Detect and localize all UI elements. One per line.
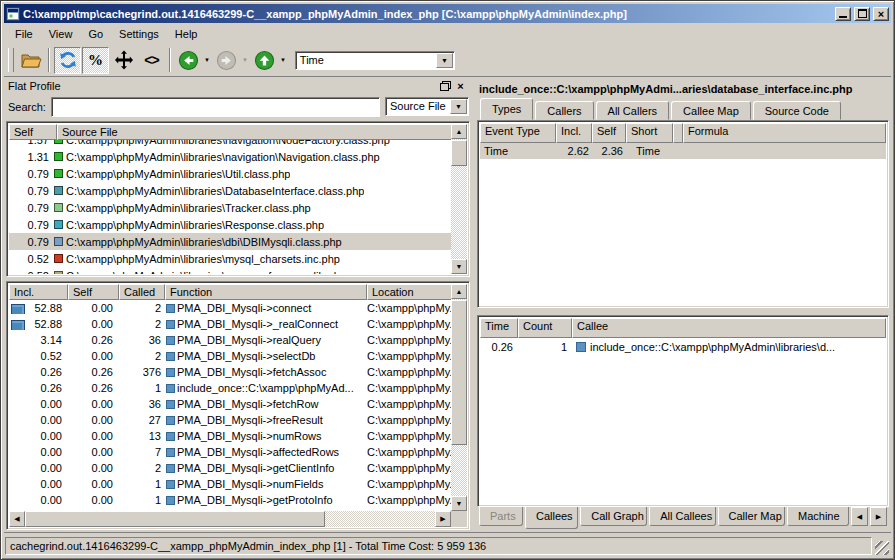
self-value: 0.79 bbox=[9, 202, 53, 214]
dock-close-button[interactable]: × bbox=[453, 79, 468, 93]
column-header-self[interactable]: Self bbox=[68, 284, 119, 300]
tab-callees[interactable]: Callees bbox=[525, 507, 578, 529]
menu-help[interactable]: Help bbox=[167, 25, 206, 43]
tab-caller-map[interactable]: Caller Map bbox=[718, 507, 785, 526]
function-row[interactable]: 0.00 0.00 1 PMA_DBI_Mysqli->getProtoInfo… bbox=[9, 492, 451, 508]
tab-parts[interactable]: Parts bbox=[479, 507, 523, 526]
source-file-row[interactable]: 0.79 C:\xampp\phpMyAdmin\libraries\Util.… bbox=[9, 165, 451, 182]
menu-go[interactable]: Go bbox=[80, 25, 111, 43]
column-header-function[interactable]: Function bbox=[165, 284, 367, 300]
title-bar[interactable]: C:\xampp\tmp\cachegrind.out.1416463299-C… bbox=[4, 4, 891, 23]
tab-source-code[interactable]: Source Code bbox=[753, 101, 841, 120]
tab-callee-map[interactable]: Callee Map bbox=[671, 101, 751, 120]
column-header-self[interactable]: Self bbox=[592, 123, 626, 143]
function-row[interactable]: 52.88 0.00 2 PMA_DBI_Mysqli->_realConnec… bbox=[9, 316, 451, 332]
cycle-detection-button[interactable] bbox=[54, 47, 81, 74]
group-by-combo[interactable]: Source File ▼ bbox=[385, 97, 469, 116]
scrollbar-thumb[interactable] bbox=[25, 511, 325, 527]
up-button[interactable] bbox=[251, 47, 278, 74]
scrollbar-thumb[interactable] bbox=[451, 300, 467, 445]
minimize-button[interactable] bbox=[835, 7, 851, 21]
panel-splitter[interactable] bbox=[471, 77, 476, 532]
source-list-vscrollbar[interactable]: ▲ ▼ bbox=[451, 124, 467, 274]
scroll-up-button[interactable]: ▲ bbox=[451, 124, 467, 139]
column-header-count[interactable]: Count bbox=[518, 318, 572, 338]
source-file-row[interactable]: 1.31 C:\xampp\phpMyAdmin\libraries\navig… bbox=[9, 148, 451, 165]
combo-arrow-button[interactable]: ▼ bbox=[436, 53, 453, 68]
dock-title-bar[interactable]: Flat Profile × bbox=[6, 78, 470, 94]
event-type-combo[interactable]: Time ▼ bbox=[295, 51, 455, 70]
function-table-hscrollbar[interactable]: ◀ ▶ bbox=[9, 511, 451, 527]
combo-arrow-button[interactable]: ▼ bbox=[450, 99, 467, 114]
forward-button[interactable] bbox=[213, 47, 240, 74]
column-header-callee[interactable]: Callee bbox=[572, 318, 886, 338]
function-row[interactable]: 0.00 0.00 1 PMA_DBI_Mysqli->numFields C:… bbox=[9, 476, 451, 492]
tab-call-graph[interactable]: Call Graph bbox=[580, 507, 647, 526]
function-row[interactable]: 3.14 0.26 36 PMA_DBI_Mysqli->realQuery C… bbox=[9, 332, 451, 348]
tab-machine-code[interactable]: Machine bbox=[787, 507, 849, 526]
function-row[interactable]: 0.52 0.00 2 PMA_DBI_Mysqli->selectDb C:\… bbox=[9, 348, 451, 364]
source-file-row[interactable]: 0.79 C:\xampp\phpMyAdmin\libraries\Track… bbox=[9, 199, 451, 216]
column-header-incl[interactable]: Incl. bbox=[9, 284, 68, 300]
dock-float-button[interactable] bbox=[438, 79, 453, 93]
file-color-icon bbox=[54, 254, 63, 263]
function-table-vscrollbar[interactable]: ▲ ▼ bbox=[451, 284, 467, 511]
tab-scroll-left-button[interactable]: ◀ bbox=[851, 507, 868, 526]
scroll-left-button[interactable]: ◀ bbox=[9, 511, 25, 527]
source-file-row[interactable]: 1.57 C:\xampp\phpMyAdmin\libraries\navig… bbox=[9, 140, 451, 148]
event-type-row-selected[interactable]: Time 2.62 2.36 Time bbox=[480, 143, 886, 159]
tab-types[interactable]: Types bbox=[480, 98, 533, 120]
function-row[interactable]: 52.88 0.00 2 PMA_DBI_Mysqli->connect C:\… bbox=[9, 300, 451, 316]
incl-value: 0.00 bbox=[9, 494, 68, 506]
tab-callers[interactable]: Callers bbox=[535, 101, 593, 120]
function-row[interactable]: 0.26 0.26 376 PMA_DBI_Mysqli->fetchAssoc… bbox=[9, 364, 451, 380]
function-name: PMA_DBI_Mysqli->fetchRow bbox=[177, 398, 319, 410]
source-file-row[interactable]: 0.79 C:\xampp\phpMyAdmin\libraries\Respo… bbox=[9, 216, 451, 233]
resize-grip[interactable] bbox=[875, 541, 889, 555]
source-file-row[interactable]: 0.79 C:\xampp\phpMyAdmin\libraries\Datab… bbox=[9, 182, 451, 199]
menu-file[interactable]: File bbox=[7, 25, 41, 43]
callee-row[interactable]: 0.26 1 include_once::C:\xampp\phpMyAdmin… bbox=[480, 338, 886, 355]
menu-view[interactable]: View bbox=[41, 25, 81, 43]
column-header-time[interactable]: Time bbox=[480, 318, 518, 338]
column-header-short[interactable]: Short bbox=[626, 123, 673, 143]
column-header-formula[interactable]: Formula bbox=[683, 123, 886, 143]
column-header-called[interactable]: Called bbox=[119, 284, 165, 300]
shorten-templates-button[interactable]: <> bbox=[138, 47, 165, 74]
scrollbar-thumb[interactable] bbox=[451, 140, 467, 166]
close-button[interactable]: × bbox=[873, 7, 889, 21]
source-file-row[interactable]: 0.52 C:\xampp\phpMyAdmin\libraries\user_… bbox=[9, 267, 451, 274]
source-file-row-selected[interactable]: 0.79 C:\xampp\phpMyAdmin\libraries\dbi\D… bbox=[9, 233, 451, 250]
function-row[interactable]: 0.00 0.00 13 PMA_DBI_Mysqli->numRows C:\… bbox=[9, 428, 451, 444]
column-header-self[interactable]: Self bbox=[9, 124, 57, 140]
function-row[interactable]: 0.00 0.00 27 PMA_DBI_Mysqli->freeResult … bbox=[9, 412, 451, 428]
back-button[interactable] bbox=[175, 47, 202, 74]
maximize-button[interactable] bbox=[854, 7, 870, 21]
back-dropdown-icon[interactable]: ▼ bbox=[204, 57, 210, 63]
relative-to-parent-button[interactable] bbox=[110, 47, 137, 74]
forward-dropdown-icon[interactable]: ▼ bbox=[242, 57, 248, 63]
search-input[interactable] bbox=[51, 97, 380, 117]
column-header-event-type[interactable]: Event Type bbox=[480, 123, 556, 143]
function-row[interactable]: 0.26 0.26 1 include_once::C:\xampp\phpMy… bbox=[9, 380, 451, 396]
tab-all-callees[interactable]: All Callees bbox=[649, 507, 715, 526]
scroll-down-button[interactable]: ▼ bbox=[451, 259, 467, 274]
menu-settings[interactable]: Settings bbox=[111, 25, 167, 43]
column-header-incl[interactable]: Incl. bbox=[556, 123, 592, 143]
function-row[interactable]: 0.00 0.00 2 PMA_DBI_Mysqli->getClientInf… bbox=[9, 460, 451, 476]
tab-all-callers[interactable]: All Callers bbox=[596, 101, 670, 120]
scroll-up-button[interactable]: ▲ bbox=[451, 284, 467, 299]
function-row[interactable]: 0.00 0.00 36 PMA_DBI_Mysqli->fetchRow C:… bbox=[9, 396, 451, 412]
open-file-button[interactable] bbox=[17, 47, 44, 74]
up-dropdown-icon[interactable]: ▼ bbox=[280, 57, 286, 63]
function-row[interactable]: 0.00 0.00 7 PMA_DBI_Mysqli->affectedRows… bbox=[9, 444, 451, 460]
column-header-location[interactable]: Location bbox=[367, 284, 452, 300]
toolbar-grip[interactable] bbox=[8, 48, 14, 72]
source-file-row[interactable]: 0.52 C:\xampp\phpMyAdmin\libraries\mysql… bbox=[9, 250, 451, 267]
column-header-source-file[interactable]: Source File bbox=[57, 124, 452, 140]
scroll-right-button[interactable]: ▶ bbox=[435, 511, 451, 527]
scroll-down-button[interactable]: ▼ bbox=[451, 496, 467, 511]
incl-value: 0.00 bbox=[9, 462, 68, 474]
relative-percent-button[interactable]: % bbox=[82, 47, 109, 74]
tab-scroll-right-button[interactable]: ▶ bbox=[870, 507, 887, 526]
